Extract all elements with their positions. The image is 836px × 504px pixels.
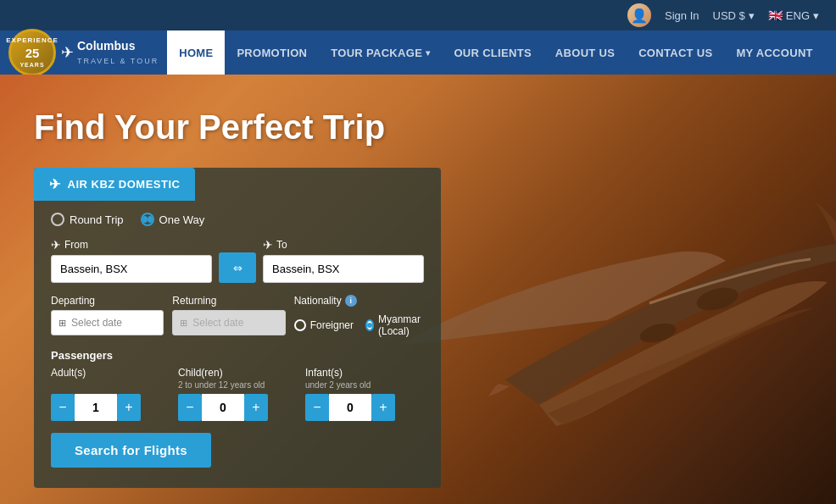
children-value[interactable]: [202, 394, 244, 421]
children-increment-button[interactable]: +: [244, 394, 268, 421]
passengers-title: Passengers: [51, 349, 424, 362]
swap-button[interactable]: ⇔: [219, 252, 256, 283]
departing-field: Departing ⊞ Select date: [51, 295, 164, 337]
round-trip-radio[interactable]: Round Trip: [51, 213, 124, 226]
search-panel: ✈ AIR KBZ DOMESTIC Round Trip One Way: [34, 168, 441, 488]
calendar-icon: ⊞: [59, 318, 66, 329]
adults-group: Adult(s) − +: [51, 367, 170, 421]
top-bar: 👤 Sign In USD $ ▾ 🇬🇧 ENG ▾: [0, 0, 836, 30]
myanmar-local-radio[interactable]: Myanmar (Local): [365, 313, 424, 337]
from-field-group: ✈ From: [51, 238, 212, 283]
logo-plane-icon: ✈: [61, 43, 74, 62]
adults-increment-button[interactable]: +: [117, 394, 141, 421]
infants-group: Infant(s) under 2 years old − +: [305, 367, 424, 421]
children-group: Child(ren) 2 to under 12 years old − +: [178, 367, 297, 421]
to-field-group: ✈ To: [263, 238, 424, 283]
plane-tab-icon: ✈: [49, 176, 61, 192]
nationality-options: Foreigner Myanmar (Local): [294, 313, 424, 337]
from-to-row: ✈ From ⇔ ✈ To: [51, 238, 424, 283]
search-flights-button[interactable]: Search for Flights: [51, 433, 211, 468]
departure-icon: ✈: [51, 238, 61, 252]
nav-item-tour-package[interactable]: TOUR PACKAGE ▾: [319, 30, 442, 75]
chevron-down-icon: ▾: [426, 48, 430, 58]
returning-field: Returning ⊞ Select date: [172, 295, 285, 337]
trip-type-row: Round Trip One Way: [51, 213, 424, 226]
passengers-section: Passengers Adult(s) − + Child: [51, 349, 424, 421]
nationality-info-icon: i: [345, 295, 357, 307]
language-selector[interactable]: 🇬🇧 ENG ▾: [768, 8, 819, 22]
nav-item-my-account[interactable]: MY ACCOUNT: [724, 30, 824, 75]
children-stepper: − +: [178, 394, 297, 421]
currency-selector[interactable]: USD $ ▾: [713, 9, 755, 22]
one-way-radio[interactable]: One Way: [141, 213, 205, 226]
infants-decrement-button[interactable]: −: [305, 394, 329, 421]
logo-badge: EXPERIENCE 25 YEARS: [8, 29, 56, 76]
nav-item-contact-us[interactable]: CONTACT US: [627, 30, 724, 75]
children-decrement-button[interactable]: −: [178, 394, 202, 421]
to-input[interactable]: [263, 255, 424, 283]
signin-link[interactable]: Sign In: [665, 9, 699, 22]
arrival-icon: ✈: [263, 238, 273, 252]
passengers-row: Adult(s) − + Child(ren) 2 to under 12 ye…: [51, 367, 424, 421]
foreigner-radio-indicator: [294, 319, 306, 331]
myanmar-radio-indicator: [365, 319, 374, 331]
nav-item-home[interactable]: HOME: [167, 30, 225, 75]
one-way-radio-indicator: [141, 213, 154, 226]
hero-title: Find Your Perfect Trip: [34, 108, 385, 147]
foreigner-radio[interactable]: Foreigner: [294, 319, 354, 331]
avatar: 👤: [627, 3, 651, 27]
nav-item-promotion[interactable]: PROMOTION: [225, 30, 319, 75]
infants-value[interactable]: [329, 394, 371, 421]
nav-item-our-clients[interactable]: OUR CLIENTS: [442, 30, 543, 75]
from-input[interactable]: [51, 255, 212, 283]
hero-section: Find Your Perfect Trip ✈ AIR KBZ DOMESTI…: [0, 75, 836, 504]
adults-stepper: − +: [51, 394, 170, 421]
adults-decrement-button[interactable]: −: [51, 394, 75, 421]
adults-value[interactable]: [75, 394, 117, 421]
nav-item-about-us[interactable]: ABOUT US: [543, 30, 627, 75]
dates-nationality-row: Departing ⊞ Select date Returning ⊞ Sele…: [51, 295, 424, 337]
panel-tab[interactable]: ✈ AIR KBZ DOMESTIC: [34, 168, 195, 201]
nationality-field: Nationality i Foreigner Myanmar (Local): [294, 295, 424, 337]
infants-stepper: − +: [305, 394, 424, 421]
departing-date-input[interactable]: ⊞ Select date: [51, 310, 164, 335]
main-nav: HOME PROMOTION TOUR PACKAGE ▾ OUR CLIENT…: [167, 30, 825, 75]
logo-area: EXPERIENCE 25 YEARS ✈ Columbus TRAVEL & …: [8, 29, 159, 76]
calendar-icon-2: ⊞: [180, 318, 187, 329]
returning-date-input[interactable]: ⊞ Select date: [172, 310, 285, 335]
nav-bar: EXPERIENCE 25 YEARS ✈ Columbus TRAVEL & …: [0, 30, 836, 75]
round-trip-radio-indicator: [51, 213, 64, 226]
logo-text: Columbus TRAVEL & TOUR: [77, 38, 159, 68]
infants-increment-button[interactable]: +: [371, 394, 395, 421]
